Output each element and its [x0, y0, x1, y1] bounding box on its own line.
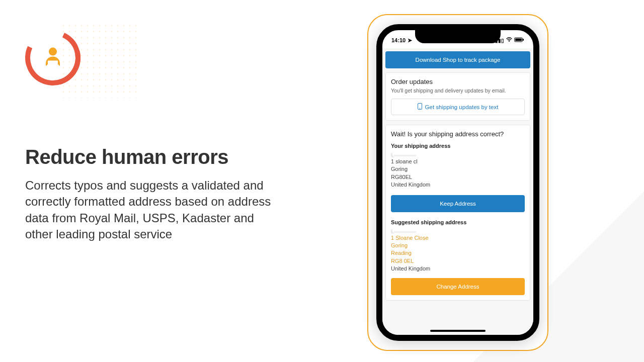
svg-rect-6 [523, 39, 524, 41]
suggested-address-country: United Kingdom [391, 265, 525, 273]
phone-body: 14:10 ➤ ▮▮▯ Download Shop to track packa… [376, 24, 539, 341]
person-laptop-icon [41, 45, 65, 69]
download-shop-button[interactable]: Download Shop to track package [385, 51, 530, 68]
body-copy: Corrects typos and suggests a validated … [25, 177, 277, 243]
svg-rect-5 [515, 39, 522, 41]
your-address-country: United Kingdom [391, 181, 525, 189]
your-address-postcode: RG80EL [391, 173, 525, 181]
your-address-name: L———— [391, 152, 525, 158]
your-address-city: Goring [391, 165, 525, 173]
phone-screen: Download Shop to track package Order upd… [382, 48, 533, 335]
home-indicator [430, 330, 486, 332]
order-updates-subtitle: You'll get shipping and delivery updates… [391, 87, 525, 94]
suggested-address-name: L———— [391, 228, 525, 234]
change-address-button[interactable]: Change Address [391, 278, 525, 295]
headline: Reduce human errors [25, 146, 277, 168]
suggested-address-region: Reading [391, 249, 525, 257]
wifi-icon [506, 37, 512, 43]
order-updates-title: Order updates [391, 78, 525, 85]
get-updates-by-text-button[interactable]: Get shipping updates by text [391, 99, 525, 115]
validation-title: Wait! Is your shipping address correct? [391, 130, 525, 138]
suggested-address-line1: 1 Sloane Close [391, 234, 525, 242]
suggested-address-city: Goring [391, 242, 525, 249]
feature-icon-badge [25, 30, 80, 85]
your-address-label: Your shipping address [391, 143, 525, 149]
svg-point-3 [509, 41, 510, 42]
svg-rect-2 [47, 65, 59, 66]
phone-notch [415, 30, 501, 43]
get-updates-label: Get shipping updates by text [425, 104, 499, 110]
keep-address-button[interactable]: Keep Address [391, 195, 525, 212]
suggested-address-label: Suggested shipping address [391, 219, 525, 225]
status-time: 14:10 [391, 37, 406, 43]
phone-frame: 14:10 ➤ ▮▮▯ Download Shop to track packa… [367, 14, 548, 351]
left-column: Reduce human errors Corrects typos and s… [25, 30, 277, 243]
mobile-icon [418, 103, 422, 111]
address-validation-card: Wait! Is your shipping address correct? … [385, 125, 530, 301]
order-updates-card: Order updates You'll get shipping and de… [385, 72, 530, 121]
svg-point-0 [49, 48, 57, 56]
location-icon: ➤ [408, 37, 412, 44]
your-address-line1: 1 sloane cl [391, 158, 525, 165]
battery-icon [514, 37, 524, 43]
suggested-address-postcode: RG8 0EL [391, 257, 525, 265]
svg-point-8 [419, 108, 420, 109]
